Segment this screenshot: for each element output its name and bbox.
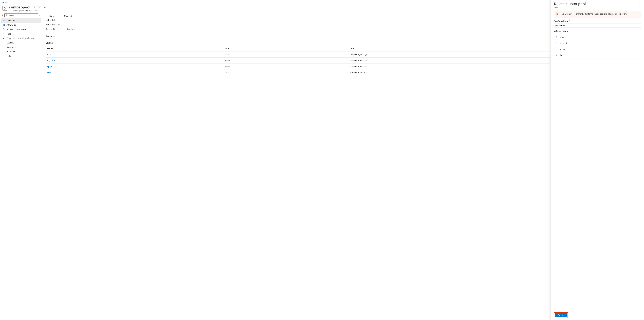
resource-icon xyxy=(2,6,7,10)
delete-button[interactable]: Delete xyxy=(554,313,567,317)
overview-icon xyxy=(3,19,5,22)
chevron-right-icon: › xyxy=(3,46,5,48)
svg-rect-9 xyxy=(3,25,4,25)
subscription-label: Subscription xyxy=(46,19,60,21)
svg-point-4 xyxy=(6,14,7,15)
sidebar-item-overview[interactable]: Overview xyxy=(1,18,41,23)
access-control-icon xyxy=(3,28,5,30)
confirm-input[interactable] xyxy=(554,23,641,27)
sidebar-item-diagnose[interactable]: Diagnose and solve problems xyxy=(1,36,41,40)
diagnose-icon xyxy=(3,37,5,39)
affected-item: mycluster xyxy=(554,40,641,46)
affected-item: trino xyxy=(554,34,641,40)
search-input[interactable] xyxy=(8,14,37,16)
sidebar-item-label: Access control (IAM) xyxy=(6,28,26,30)
subscription-id-label: Subscription ID xyxy=(46,23,60,26)
svg-rect-8 xyxy=(3,25,4,25)
affected-item-name: mycluster xyxy=(560,42,569,44)
cluster-type: Spark xyxy=(223,64,349,70)
page-title: contosopool xyxy=(9,5,30,9)
panel-subtitle: contosopool xyxy=(554,6,641,8)
cluster-type: Flink xyxy=(223,70,349,76)
cluster-link[interactable]: trino xyxy=(47,53,51,56)
svg-point-10 xyxy=(3,29,4,29)
breadcrumb: Home › xyxy=(0,0,644,4)
sidebar: ⇅ « Overview Activity log Access control xyxy=(0,13,42,320)
location-label: Location xyxy=(46,15,60,17)
cluster-link[interactable]: flink xyxy=(47,71,51,74)
sidebar-item-label: Help xyxy=(6,55,11,57)
cluster-link[interactable]: mycluster xyxy=(47,59,56,62)
col-name[interactable]: Name xyxy=(46,45,223,51)
confirm-label: Confirm delete * xyxy=(554,20,641,22)
page-subtitle: Azure HDInsight on AKS cluster pool xyxy=(9,10,46,12)
sidebar-item-activity-log[interactable]: Activity log xyxy=(1,23,41,27)
sidebar-item-label: Automation xyxy=(6,50,17,53)
chevron-right-icon: › xyxy=(8,1,9,3)
breadcrumb-home[interactable]: Home xyxy=(2,1,8,3)
svg-point-11 xyxy=(4,29,4,29)
warning-text: This action will permanently delete the … xyxy=(560,13,627,15)
affected-item-name: flink xyxy=(560,54,564,56)
tab-overview[interactable]: Overview xyxy=(46,34,56,39)
delete-panel: Delete cluster pool contosopool This act… xyxy=(550,0,644,320)
resource-header: contosopool ⋯ Azure HDInsight on AKS clu… xyxy=(0,4,644,13)
sidebar-item-label: Settings xyxy=(6,41,14,44)
sidebar-item-settings[interactable]: › Settings xyxy=(1,40,41,45)
delete-button-highlight: Delete xyxy=(554,312,568,318)
svg-line-5 xyxy=(7,15,7,16)
chevron-right-icon: › xyxy=(3,50,5,53)
affected-item: spark xyxy=(554,46,641,52)
favorite-button[interactable] xyxy=(38,5,41,9)
sidebar-item-automation[interactable]: › Automation xyxy=(1,49,41,54)
sidebar-item-help[interactable]: › Help xyxy=(1,54,41,58)
search-icon xyxy=(6,14,8,16)
cluster-icon xyxy=(555,42,558,44)
sidebar-search[interactable] xyxy=(4,13,38,17)
panel-title: Delete cluster pool xyxy=(554,2,641,6)
affected-item-name: spark xyxy=(560,48,565,50)
sort-icon[interactable]: ⇅ xyxy=(2,14,3,16)
cluster-icon xyxy=(555,54,558,56)
pin-button[interactable] xyxy=(33,5,36,9)
chevron-right-icon: › xyxy=(3,55,5,57)
close-button[interactable] xyxy=(639,2,641,5)
add-tags-link[interactable]: Add tags xyxy=(67,28,75,30)
sidebar-item-label: Diagnose and solve problems xyxy=(6,37,34,39)
cluster-type: Spark xyxy=(223,57,349,64)
cluster-type: Trino xyxy=(223,51,349,57)
more-button[interactable]: ⋯ xyxy=(43,5,46,9)
cluster-icon xyxy=(555,36,558,38)
cluster-link[interactable]: spark xyxy=(47,65,52,68)
tags-icon xyxy=(3,33,5,35)
col-type[interactable]: Type xyxy=(223,45,349,51)
sidebar-item-label: Overview xyxy=(6,19,15,22)
collapse-sidebar-button[interactable]: « xyxy=(39,14,41,17)
sidebar-item-access-control[interactable]: Access control (IAM) xyxy=(1,27,41,31)
sidebar-item-monitoring[interactable]: › Monitoring xyxy=(1,45,41,49)
sidebar-item-tags[interactable]: Tags xyxy=(1,31,41,36)
activity-log-icon xyxy=(3,24,5,26)
sidebar-item-label: Monitoring xyxy=(6,46,16,48)
warning-banner: This action will permanently delete the … xyxy=(554,11,641,18)
chevron-right-icon: › xyxy=(3,41,5,44)
svg-rect-7 xyxy=(3,24,4,25)
affected-item-name: trino xyxy=(560,36,564,38)
cluster-icon xyxy=(555,48,558,50)
sidebar-item-label: Activity log xyxy=(6,24,16,26)
tags-edit-link[interactable]: edit xyxy=(52,28,55,30)
tags-label: Tags (edit) xyxy=(46,28,60,30)
svg-point-12 xyxy=(3,33,4,33)
sidebar-item-label: Tags xyxy=(6,33,11,35)
affected-items-heading: Affected items xyxy=(554,30,641,32)
affected-item: flink xyxy=(554,52,641,58)
svg-marker-3 xyxy=(38,6,40,8)
warning-icon xyxy=(556,13,558,15)
